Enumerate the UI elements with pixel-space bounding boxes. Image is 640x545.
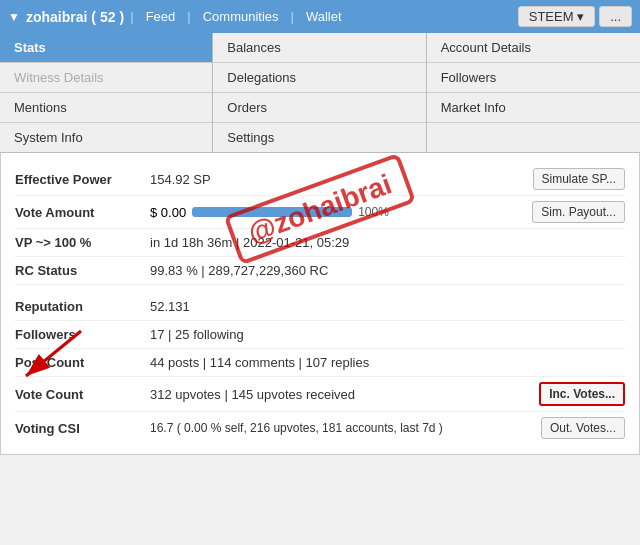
effective-power-row: Effective Power 154.92 SP Simulate SP... <box>15 163 625 196</box>
post-count-value: 44 posts | 114 comments | 107 replies <box>150 355 625 370</box>
out-votes-action: Out. Votes... <box>541 417 625 439</box>
vote-count-label: Vote Count <box>15 387 150 402</box>
tab-delegations[interactable]: Delegations <box>213 63 425 93</box>
separator: | <box>130 9 133 24</box>
username-display: zohaibrai (52) <box>26 9 124 25</box>
content-area: @zohaibrai Effective Power 154.92 SP Sim… <box>0 153 640 455</box>
feed-link[interactable]: Feed <box>140 9 182 24</box>
steem-button[interactable]: STEEM ▾ <box>518 6 595 27</box>
header-right-buttons: STEEM ▾ ... <box>518 6 632 27</box>
navigation-tabs: Stats Witness Details Mentions System In… <box>0 33 640 153</box>
more-button[interactable]: ... <box>599 6 632 27</box>
inc-votes-button[interactable]: Inc. Votes... <box>539 382 625 406</box>
reputation-value: 52.131 <box>150 299 625 314</box>
inc-votes-action: Inc. Votes... <box>539 382 625 406</box>
voting-csi-value: 16.7 ( 0.00 % self, 216 upvotes, 181 acc… <box>150 421 541 435</box>
vp-label: VP ~> 100 % <box>15 235 150 250</box>
followers-value: 17 | 25 following <box>150 327 625 342</box>
vp-row: VP ~> 100 % in 1d 18h 36m | 2022-01-21, … <box>15 229 625 257</box>
vote-bar-background <box>192 207 352 217</box>
rc-status-row: RC Status 99.83 % | 289,727,229,360 RC <box>15 257 625 285</box>
section-spacer <box>15 285 625 293</box>
nav-col-2: Balances Delegations Orders Settings <box>213 33 426 152</box>
vote-amount-value: $ 0.00 <box>150 205 186 220</box>
reputation-row: Reputation 52.131 <box>15 293 625 321</box>
vote-count-row: Vote Count 312 upvotes | 145 upvotes rec… <box>15 377 625 412</box>
effective-power-label: Effective Power <box>15 172 150 187</box>
post-count-row: Post Count 44 posts | 114 comments | 107… <box>15 349 625 377</box>
tab-stats[interactable]: Stats <box>0 33 212 63</box>
vote-count-value: 312 upvotes | 145 upvotes received <box>150 387 539 402</box>
nav-col-1: Stats Witness Details Mentions System In… <box>0 33 213 152</box>
app-header: ▼ zohaibrai (52) | Feed | Communities | … <box>0 0 640 33</box>
tab-followers[interactable]: Followers <box>427 63 640 93</box>
tab-empty <box>427 123 640 152</box>
rc-status-value: 99.83 % | 289,727,229,360 RC <box>150 263 625 278</box>
tab-orders[interactable]: Orders <box>213 93 425 123</box>
nav-col-3: Account Details Followers Market Info <box>427 33 640 152</box>
vote-pct-label: 100% <box>358 205 389 219</box>
simulate-sp-action: Simulate SP... <box>533 168 625 190</box>
reputation-label: Reputation <box>15 299 150 314</box>
vote-bar-fill <box>192 207 352 217</box>
followers-row: Followers 17 | 25 following <box>15 321 625 349</box>
vote-bar-container: $ 0.00 100% <box>150 205 532 220</box>
nav-links: Feed | Communities | Wallet <box>140 9 348 24</box>
post-count-label: Post Count <box>15 355 150 370</box>
sim-payout-action: Sim. Payout... <box>532 201 625 223</box>
out-votes-button[interactable]: Out. Votes... <box>541 417 625 439</box>
followers-label: Followers <box>15 327 150 342</box>
tab-system-info[interactable]: System Info <box>0 123 212 152</box>
tab-witness-details: Witness Details <box>0 63 212 93</box>
vp-value: in 1d 18h 36m | 2022-01-21, 05:29 <box>150 235 625 250</box>
sep2: | <box>285 9 300 24</box>
tab-balances[interactable]: Balances <box>213 33 425 63</box>
communities-link[interactable]: Communities <box>197 9 285 24</box>
tab-settings[interactable]: Settings <box>213 123 425 152</box>
voting-csi-row: Voting CSI 16.7 ( 0.00 % self, 216 upvot… <box>15 412 625 444</box>
dropdown-arrow-icon[interactable]: ▼ <box>8 10 20 24</box>
user-level: 52 <box>100 9 116 25</box>
rc-status-label: RC Status <box>15 263 150 278</box>
tab-mentions[interactable]: Mentions <box>0 93 212 123</box>
tab-account-details[interactable]: Account Details <box>427 33 640 63</box>
vote-amount-row: Vote Amount $ 0.00 100% Sim. Payout... <box>15 196 625 229</box>
vote-amount-label: Vote Amount <box>15 205 150 220</box>
sep1: | <box>181 9 196 24</box>
username-text: zohaibrai <box>26 9 87 25</box>
wallet-link[interactable]: Wallet <box>300 9 348 24</box>
sim-payout-button[interactable]: Sim. Payout... <box>532 201 625 223</box>
voting-csi-label: Voting CSI <box>15 421 150 436</box>
tab-market-info[interactable]: Market Info <box>427 93 640 123</box>
effective-power-value: 154.92 SP <box>150 172 533 187</box>
simulate-sp-button[interactable]: Simulate SP... <box>533 168 625 190</box>
